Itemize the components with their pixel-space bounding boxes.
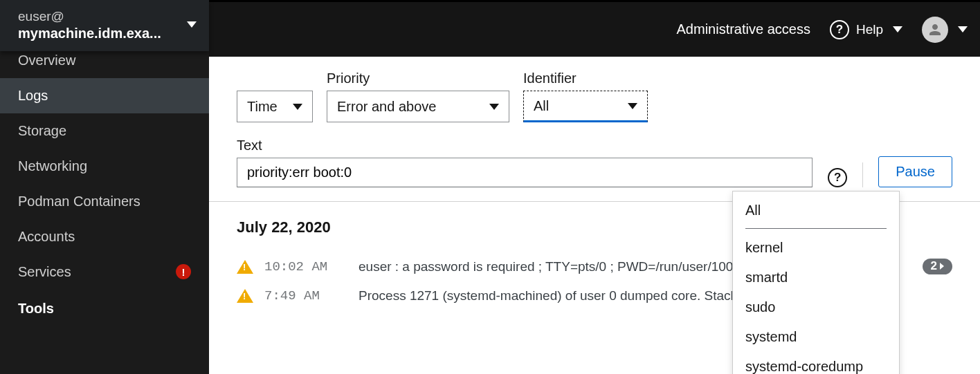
chevron-down-icon [893,26,902,32]
chevron-down-icon [958,26,968,32]
identifier-option-sudo[interactable]: sudo [733,292,899,322]
filter-help-icon[interactable]: ? [828,168,847,187]
time-select[interactable]: Time [237,91,313,122]
alert-icon: ! [176,264,191,279]
sidebar-item-label: Services [18,264,71,280]
time-value: Time [247,99,278,115]
count-badge: 2 [923,259,952,274]
count-value: 2 [931,259,937,273]
sidebar-item-storage[interactable]: Storage [0,113,209,149]
log-filters: Time Priority Error and above Identifier [209,57,980,202]
chevron-right-icon [940,263,944,270]
sidebar-item-services[interactable]: Services ! [0,254,209,290]
chevron-down-icon [489,104,499,110]
text-label: Text [237,138,813,153]
host-name: mymachine.idm.exa... [18,26,161,41]
log-message: euser : a password is required ; TTY=pts… [359,259,769,274]
sidebar-section-tools: Tools [0,290,209,322]
identifier-option-all[interactable]: All [733,196,899,225]
identifier-option-kernel[interactable]: kernel [733,233,899,263]
identifier-value: All [534,98,549,114]
divider [862,162,863,187]
help-label: Help [856,22,883,37]
help-icon: ? [830,20,849,39]
sidebar: euser@ mymachine.idm.exa... Overview Log… [0,0,209,374]
host-switcher[interactable]: euser@ mymachine.idm.exa... [0,0,209,51]
log-time: 7:49 AM [264,288,347,303]
log-time: 10:02 AM [264,259,347,274]
sidebar-item-label: Logs [18,88,48,104]
identifier-option-smartd[interactable]: smartd [733,263,899,292]
sidebar-nav: Overview Logs Storage Networking Podman … [0,51,209,374]
sidebar-item-label: Networking [18,158,87,174]
identifier-select[interactable]: All [523,91,648,122]
priority-select[interactable]: Error and above [327,91,509,122]
sidebar-item-networking[interactable]: Networking [0,149,209,184]
identifier-menu: All kernel smartd sudo systemd systemd-c… [732,191,900,374]
sidebar-item-logs[interactable]: Logs [0,78,209,113]
user-menu[interactable] [922,17,968,43]
chevron-down-icon [293,104,302,110]
chevron-down-icon [187,21,197,28]
sidebar-item-podman[interactable]: Podman Containers [0,184,209,219]
help-menu[interactable]: ? Help [830,20,902,39]
sidebar-item-label: Accounts [18,229,75,245]
warning-icon [237,260,253,274]
chevron-down-icon [628,103,637,109]
log-message: Process 1271 (systemd-machined) of user … [359,288,767,303]
sidebar-item-label: Podman Containers [18,194,140,209]
avatar-icon [922,17,948,43]
sidebar-item-label: Overview [18,53,75,68]
priority-value: Error and above [337,99,436,115]
warning-icon [237,289,253,303]
identifier-option-systemd[interactable]: systemd [733,322,899,352]
identifier-label: Identifier [523,71,648,86]
host-user: euser@ [18,8,161,26]
pause-button[interactable]: Pause [878,156,952,187]
sidebar-item-overview[interactable]: Overview [0,51,209,78]
filter-text-input[interactable] [237,158,813,187]
admin-access-button[interactable]: Administrative access [677,21,810,37]
sidebar-item-accounts[interactable]: Accounts [0,219,209,254]
priority-label: Priority [327,71,509,86]
menu-separator [745,228,887,229]
topbar: Administrative access ? Help [209,0,980,57]
sidebar-item-label: Storage [18,123,66,139]
identifier-option-systemd-coredump[interactable]: systemd-coredump [733,352,899,374]
content: Time Priority Error and above Identifier [209,57,980,374]
